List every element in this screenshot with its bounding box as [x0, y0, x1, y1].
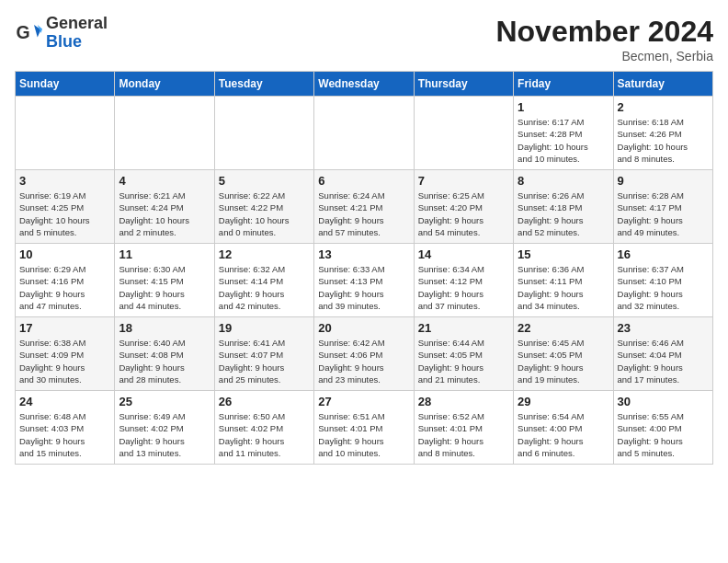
day-number: 3: [19, 174, 110, 188]
calendar-cell: 13Sunrise: 6:33 AM Sunset: 4:13 PM Dayli…: [314, 244, 414, 317]
day-info: Sunrise: 6:41 AM Sunset: 4:07 PM Dayligh…: [219, 337, 310, 385]
calendar-cell: 4Sunrise: 6:21 AM Sunset: 4:24 PM Daylig…: [115, 170, 214, 244]
day-info: Sunrise: 6:37 AM Sunset: 4:10 PM Dayligh…: [618, 263, 709, 312]
calendar-cell: 28Sunrise: 6:52 AM Sunset: 4:01 PM Dayli…: [414, 391, 513, 465]
day-info: Sunrise: 6:50 AM Sunset: 4:02 PM Dayligh…: [219, 410, 310, 459]
day-info: Sunrise: 6:30 AM Sunset: 4:15 PM Dayligh…: [119, 263, 210, 312]
location-subtitle: Becmen, Serbia: [495, 49, 713, 63]
month-title: November 2024: [495, 15, 713, 49]
calendar-cell: 8Sunrise: 6:26 AM Sunset: 4:18 PM Daylig…: [514, 170, 613, 244]
day-number: 21: [418, 321, 509, 335]
day-number: 5: [219, 174, 310, 188]
day-number: 9: [618, 174, 709, 188]
day-info: Sunrise: 6:33 AM Sunset: 4:13 PM Dayligh…: [318, 263, 409, 312]
day-info: Sunrise: 6:18 AM Sunset: 4:26 PM Dayligh…: [618, 116, 709, 165]
calendar-cell: 6Sunrise: 6:24 AM Sunset: 4:21 PM Daylig…: [314, 170, 414, 244]
day-number: 13: [318, 247, 409, 261]
day-info: Sunrise: 6:25 AM Sunset: 4:20 PM Dayligh…: [418, 190, 509, 238]
day-number: 22: [518, 321, 609, 335]
calendar-cell: 25Sunrise: 6:49 AM Sunset: 4:02 PM Dayli…: [115, 391, 214, 465]
calendar-cell: 22Sunrise: 6:45 AM Sunset: 4:05 PM Dayli…: [514, 317, 613, 391]
calendar-cell: [115, 97, 214, 170]
calendar-cell: 21Sunrise: 6:44 AM Sunset: 4:05 PM Dayli…: [414, 317, 513, 391]
calendar-cell: [414, 97, 513, 170]
day-info: Sunrise: 6:17 AM Sunset: 4:28 PM Dayligh…: [518, 116, 609, 165]
logo-blue: Blue: [46, 33, 108, 52]
weekday-header: Monday: [115, 72, 214, 97]
day-info: Sunrise: 6:38 AM Sunset: 4:09 PM Dayligh…: [19, 337, 110, 385]
calendar-cell: 1Sunrise: 6:17 AM Sunset: 4:28 PM Daylig…: [514, 97, 613, 170]
day-number: 19: [219, 321, 310, 335]
weekday-header: Tuesday: [214, 72, 313, 97]
svg-text:G: G: [17, 22, 30, 42]
day-number: 14: [418, 247, 509, 261]
calendar-cell: 3Sunrise: 6:19 AM Sunset: 4:25 PM Daylig…: [16, 170, 115, 244]
day-number: 28: [418, 395, 509, 408]
calendar-cell: [16, 97, 115, 170]
day-info: Sunrise: 6:36 AM Sunset: 4:11 PM Dayligh…: [518, 263, 609, 312]
day-number: 25: [119, 395, 210, 408]
logo-general: General: [46, 15, 108, 33]
day-number: 11: [119, 247, 210, 261]
day-info: Sunrise: 6:45 AM Sunset: 4:05 PM Dayligh…: [518, 337, 609, 385]
calendar-cell: 12Sunrise: 6:32 AM Sunset: 4:14 PM Dayli…: [214, 244, 313, 317]
calendar-cell: 18Sunrise: 6:40 AM Sunset: 4:08 PM Dayli…: [115, 317, 214, 391]
day-info: Sunrise: 6:48 AM Sunset: 4:03 PM Dayligh…: [19, 410, 110, 459]
day-number: 17: [19, 321, 110, 335]
calendar-cell: 27Sunrise: 6:51 AM Sunset: 4:01 PM Dayli…: [314, 391, 414, 465]
calendar-cell: 2Sunrise: 6:18 AM Sunset: 4:26 PM Daylig…: [613, 97, 712, 170]
weekday-header: Wednesday: [314, 72, 414, 97]
day-number: 10: [19, 247, 110, 261]
calendar-cell: 10Sunrise: 6:29 AM Sunset: 4:16 PM Dayli…: [16, 244, 115, 317]
weekday-header: Thursday: [414, 72, 513, 97]
calendar-cell: 29Sunrise: 6:54 AM Sunset: 4:00 PM Dayli…: [514, 391, 613, 465]
day-number: 7: [418, 174, 509, 188]
day-number: 8: [518, 174, 609, 188]
day-info: Sunrise: 6:21 AM Sunset: 4:24 PM Dayligh…: [119, 190, 210, 238]
calendar-cell: 14Sunrise: 6:34 AM Sunset: 4:12 PM Dayli…: [414, 244, 513, 317]
day-number: 15: [518, 247, 609, 261]
day-info: Sunrise: 6:54 AM Sunset: 4:00 PM Dayligh…: [518, 410, 609, 459]
calendar-header-row: SundayMondayTuesdayWednesdayThursdayFrid…: [16, 72, 713, 97]
calendar-cell: 7Sunrise: 6:25 AM Sunset: 4:20 PM Daylig…: [414, 170, 513, 244]
day-number: 26: [219, 395, 310, 408]
calendar-cell: 16Sunrise: 6:37 AM Sunset: 4:10 PM Dayli…: [613, 244, 712, 317]
weekday-header: Sunday: [16, 72, 115, 97]
day-number: 6: [318, 174, 409, 188]
calendar-week-row: 24Sunrise: 6:48 AM Sunset: 4:03 PM Dayli…: [16, 391, 713, 465]
day-info: Sunrise: 6:44 AM Sunset: 4:05 PM Dayligh…: [418, 337, 509, 385]
calendar-cell: 19Sunrise: 6:41 AM Sunset: 4:07 PM Dayli…: [214, 317, 313, 391]
day-info: Sunrise: 6:24 AM Sunset: 4:21 PM Dayligh…: [318, 190, 409, 238]
logo-text: General Blue: [46, 15, 108, 52]
day-info: Sunrise: 6:42 AM Sunset: 4:06 PM Dayligh…: [318, 337, 409, 385]
calendar-week-row: 1Sunrise: 6:17 AM Sunset: 4:28 PM Daylig…: [16, 97, 713, 170]
day-number: 24: [19, 395, 110, 408]
day-number: 20: [318, 321, 409, 335]
page-header: G General Blue November 2024 Becmen, Ser…: [15, 15, 713, 63]
day-info: Sunrise: 6:19 AM Sunset: 4:25 PM Dayligh…: [19, 190, 110, 238]
day-number: 30: [618, 395, 709, 408]
day-info: Sunrise: 6:40 AM Sunset: 4:08 PM Dayligh…: [119, 337, 210, 385]
day-info: Sunrise: 6:26 AM Sunset: 4:18 PM Dayligh…: [518, 190, 609, 238]
calendar-cell: [314, 97, 414, 170]
day-info: Sunrise: 6:52 AM Sunset: 4:01 PM Dayligh…: [418, 410, 509, 459]
calendar-cell: 15Sunrise: 6:36 AM Sunset: 4:11 PM Dayli…: [514, 244, 613, 317]
calendar-cell: 23Sunrise: 6:46 AM Sunset: 4:04 PM Dayli…: [613, 317, 712, 391]
day-info: Sunrise: 6:51 AM Sunset: 4:01 PM Dayligh…: [318, 410, 409, 459]
title-block: November 2024 Becmen, Serbia: [495, 15, 713, 63]
day-number: 18: [119, 321, 210, 335]
day-number: 23: [618, 321, 709, 335]
day-number: 1: [518, 100, 609, 114]
calendar-week-row: 3Sunrise: 6:19 AM Sunset: 4:25 PM Daylig…: [16, 170, 713, 244]
calendar-cell: 9Sunrise: 6:28 AM Sunset: 4:17 PM Daylig…: [613, 170, 712, 244]
day-info: Sunrise: 6:32 AM Sunset: 4:14 PM Dayligh…: [219, 263, 310, 312]
logo: G General Blue: [15, 15, 108, 52]
calendar-week-row: 17Sunrise: 6:38 AM Sunset: 4:09 PM Dayli…: [16, 317, 713, 391]
day-number: 4: [119, 174, 210, 188]
calendar-cell: 26Sunrise: 6:50 AM Sunset: 4:02 PM Dayli…: [214, 391, 313, 465]
calendar-cell: 17Sunrise: 6:38 AM Sunset: 4:09 PM Dayli…: [16, 317, 115, 391]
day-number: 2: [618, 100, 709, 114]
svg-marker-1: [34, 25, 41, 38]
calendar-cell: 11Sunrise: 6:30 AM Sunset: 4:15 PM Dayli…: [115, 244, 214, 317]
calendar-table: SundayMondayTuesdayWednesdayThursdayFrid…: [15, 71, 713, 465]
